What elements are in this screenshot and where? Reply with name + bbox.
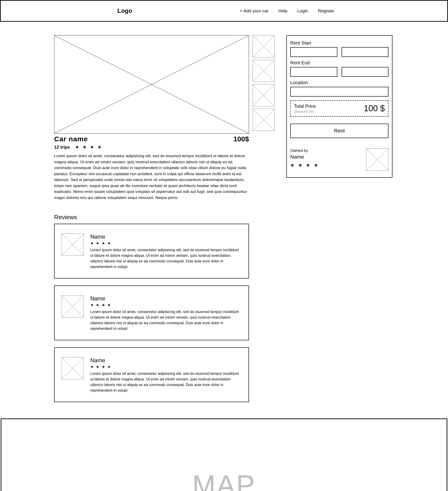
map-placeholder-text: MAP: [192, 469, 256, 491]
car-description: Lorem ipsum dolor sit amet, consectetur …: [54, 153, 249, 201]
rent-start-time-field[interactable]: [342, 47, 389, 57]
reviewer-avatar: [62, 295, 84, 317]
total-price-value: 100 $: [364, 104, 385, 113]
nav-help[interactable]: Help: [278, 8, 287, 14]
owner-avatar[interactable]: [366, 148, 389, 171]
reviewer-name: Name: [90, 234, 239, 240]
rent-start-date-field[interactable]: [290, 47, 337, 57]
car-price: 100$: [233, 135, 249, 143]
reviews-title: Reviews: [54, 214, 249, 221]
car-image-main[interactable]: [54, 35, 249, 134]
discount-label: Discount 0%: [294, 109, 316, 113]
review-stars: ★ ★ ★ ★: [90, 365, 239, 369]
review-text: Lorem ipsum dolor sit amet, consectetur …: [90, 309, 239, 331]
owner-name: Name: [290, 154, 319, 160]
review-item: Name ★ ★ ★ ★ Lorem ipsum dolor sit amet,…: [54, 285, 249, 340]
rent-end-label: Rent End: [290, 60, 389, 66]
booking-panel: Rent Start Rent End Location Total Price…: [286, 35, 392, 178]
car-thumbnail[interactable]: [252, 35, 275, 57]
review-text: Lorem ipsum dolor sit amet, consectetur …: [90, 371, 239, 393]
total-price-box: Total Price Discount 0% 100 $: [290, 100, 389, 117]
rent-button[interactable]: Rent: [290, 124, 389, 138]
reviewer-name: Name: [90, 295, 239, 302]
reviewer-avatar: [62, 357, 84, 379]
owner-section: Owned by Name ★ ★ ★ ★: [290, 148, 389, 171]
review-stars: ★ ★ ★ ★: [90, 241, 239, 246]
reviewer-name: Name: [90, 357, 239, 364]
review-item: Name ★ ★ ★ ★ Lorem ipsum dolor sit amet,…: [54, 224, 249, 279]
car-thumbnail[interactable]: [252, 84, 275, 106]
rent-end-time-field[interactable]: [342, 67, 389, 77]
review-item: Name ★ ★ ★ ★ Lorem ipsum dolor sit amet,…: [54, 347, 249, 402]
rent-end-date-field[interactable]: [290, 67, 337, 77]
owner-stars: ★ ★ ★ ★: [290, 162, 319, 168]
car-name: Car name: [54, 135, 88, 143]
nav-add-car[interactable]: + Add your car: [240, 8, 268, 14]
nav: + Add your car Help Login Register: [240, 8, 334, 14]
car-trips: 12 trips: [54, 145, 70, 150]
review-text: Lorem ipsum dolor sit amet, consectetur …: [90, 247, 239, 270]
owned-by-label: Owned by: [290, 148, 319, 153]
logo[interactable]: Logo: [117, 7, 132, 14]
review-stars: ★ ★ ★ ★: [90, 303, 239, 307]
car-thumbnail[interactable]: [252, 109, 275, 131]
location-field[interactable]: [290, 87, 389, 96]
rent-start-label: Rent Start: [290, 40, 389, 46]
thumbnails: [252, 35, 275, 409]
car-stars: ★ ★ ★ ★: [75, 144, 103, 150]
map[interactable]: MAP: [1, 418, 447, 491]
reviewer-avatar: [62, 234, 84, 256]
header: Logo + Add your car Help Login Register: [0, 0, 448, 22]
nav-register[interactable]: Register: [318, 8, 334, 14]
nav-login[interactable]: Login: [297, 8, 308, 14]
car-thumbnail[interactable]: [252, 60, 275, 82]
total-price-label: Total Price: [294, 104, 316, 109]
location-label: Location: [290, 80, 389, 85]
